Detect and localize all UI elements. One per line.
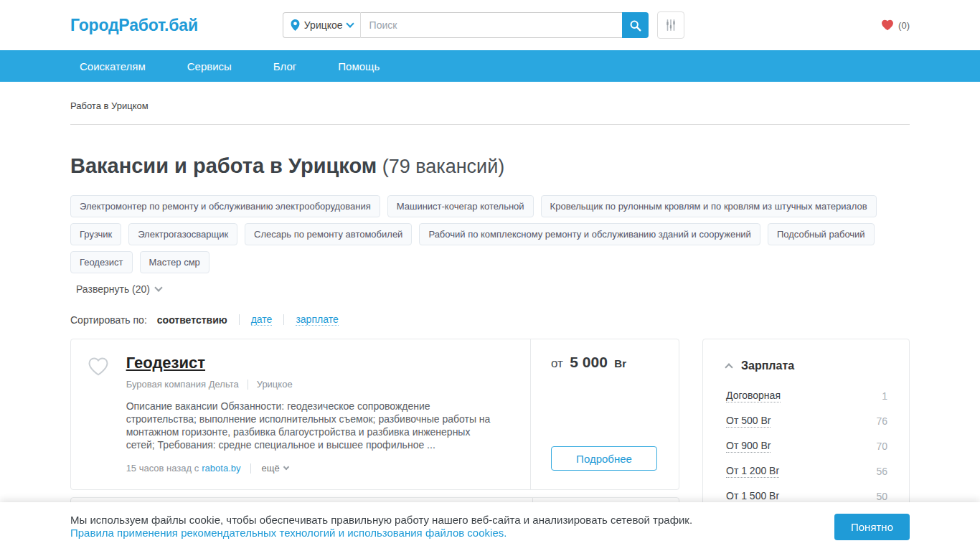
salary-filter-item: От 900 Br 70 <box>726 440 887 453</box>
tag-chip[interactable]: Грузчик <box>70 223 121 245</box>
job-more-toggle[interactable]: ещё <box>261 463 288 474</box>
salary-filter-count: 70 <box>876 441 887 452</box>
breadcrumb-row: Работа в Урицком <box>70 82 910 125</box>
job-meta: Буровая компания Дельта Урицкое <box>126 379 530 390</box>
search-input[interactable] <box>361 12 622 38</box>
salary-filter-count: 56 <box>876 466 887 477</box>
job-title-link[interactable]: Геодезист <box>126 354 205 372</box>
search-button[interactable] <box>622 12 649 38</box>
salary-filter-link[interactable]: От 1 200 Br <box>726 465 779 478</box>
salary-filter-item: От 1 500 Br 50 <box>726 490 887 503</box>
tag-list: Электромонтер по ремонту и обслуживанию … <box>70 195 910 273</box>
nav-item-pomoshch[interactable]: Помощь <box>328 50 390 82</box>
salary-currency: Br <box>614 357 626 369</box>
page-title: Вакансии и работа в Урицком (79 вакансий… <box>70 154 910 178</box>
tag-chip[interactable]: Машинист-кочегар котельной <box>387 195 534 217</box>
sort-option-salary[interactable]: зарплате <box>296 314 338 326</box>
tag-chip[interactable]: Геодезист <box>70 251 133 273</box>
tag-chip[interactable]: Рабочий по комплексному ремонту и обслуж… <box>419 223 760 245</box>
nav-item-blog[interactable]: Блог <box>263 50 306 82</box>
divider <box>283 314 284 325</box>
search-group: Урицкое <box>283 11 684 39</box>
chevron-down-icon <box>346 19 354 27</box>
salary-filter-item: От 1 200 Br 56 <box>726 465 887 478</box>
salary-filter-count: 1 <box>882 390 887 402</box>
salary-filter-link[interactable]: От 900 Br <box>726 440 771 453</box>
salary-filter-count: 50 <box>876 491 887 502</box>
search-icon <box>629 19 641 32</box>
favorites-widget[interactable]: (0) <box>881 19 910 31</box>
sort-option-date[interactable]: дате <box>251 314 273 326</box>
job-footer: 15 часов назад с rabota.by ещё <box>126 463 530 474</box>
job-card-right: от 5 000 Br Подробнее <box>530 339 679 489</box>
tag-chip[interactable]: Электрогазосварщик <box>128 223 237 245</box>
job-more-label: ещё <box>261 463 279 474</box>
salary-filter-link[interactable]: От 1 500 Br <box>726 490 779 503</box>
header: ГородРабот.бай Урицкое <box>70 0 910 50</box>
sort-option-relevance: соответствию <box>157 314 239 326</box>
heart-icon <box>881 19 894 31</box>
nav-item-soiskatelyam[interactable]: Соискателям <box>70 50 156 82</box>
salary-filter-link[interactable]: Договорная <box>726 390 781 402</box>
divider <box>239 314 240 325</box>
tag-chip[interactable]: Мастер смр <box>140 251 209 273</box>
salary-prefix: от <box>551 357 563 370</box>
salary-value: 5 000 <box>570 354 608 370</box>
salary-filter-title: Зарплата <box>741 359 794 372</box>
location-selector[interactable]: Урицкое <box>283 12 361 38</box>
filters-button[interactable] <box>657 11 684 39</box>
divider <box>248 380 248 390</box>
cookie-text: Мы используем файлы cookie, чтобы обеспе… <box>70 514 692 540</box>
nav-item-servisy[interactable]: Сервисы <box>177 50 242 82</box>
expand-tags-button[interactable]: Развернуть (20) <box>76 283 910 295</box>
site-logo[interactable]: ГородРабот.бай <box>70 16 198 35</box>
job-salary: от 5 000 Br <box>551 354 657 371</box>
salary-filter-header[interactable]: Зарплата <box>726 359 887 372</box>
job-description: Описание вакансии Обязанности: геодезиче… <box>126 400 494 451</box>
cookie-message: Мы используем файлы cookie, чтобы обеспе… <box>70 514 692 527</box>
location-pin-icon <box>291 19 300 31</box>
salary-filter-count: 76 <box>876 415 887 427</box>
favorites-count: (0) <box>898 20 910 31</box>
page-title-count: (79 вакансий) <box>377 156 504 177</box>
job-source-link[interactable]: rabota.by <box>202 463 240 474</box>
salary-filter-item: От 500 Br 76 <box>726 415 887 428</box>
sliders-icon <box>664 19 677 32</box>
location-label: Урицкое <box>304 19 343 31</box>
job-location: Урицкое <box>257 379 293 390</box>
cookie-accept-button[interactable]: Понятно <box>834 514 910 540</box>
page-title-main: Вакансии и работа в Урицком <box>70 154 377 177</box>
cookie-policy-link[interactable]: Правила применения рекомендательных техн… <box>70 527 507 539</box>
sort-row: Сортировать по: соответствию дате зарпла… <box>70 314 910 326</box>
sort-label: Сортировать по: <box>70 314 147 326</box>
tag-chip[interactable]: Подсобный рабочий <box>768 223 875 245</box>
tag-chip[interactable]: Электромонтер по ремонту и обслуживанию … <box>70 195 380 217</box>
salary-filter-item: Договорная 1 <box>726 390 887 402</box>
favorite-heart-icon[interactable] <box>88 357 109 377</box>
tag-chip[interactable]: Кровельщик по рулонным кровлям и по кров… <box>541 195 877 217</box>
cookie-banner: Мы используем файлы cookie, чтобы обеспе… <box>0 502 980 551</box>
chevron-down-icon <box>154 283 162 291</box>
salary-filter-link[interactable]: От 500 Br <box>726 415 771 428</box>
main-nav: Соискателям Сервисы Блог Помощь <box>0 50 980 82</box>
chevron-up-icon <box>725 363 732 371</box>
job-company: Буровая компания Дельта <box>126 379 239 390</box>
divider <box>250 463 251 474</box>
job-card: Геодезист Буровая компания Дельта Урицко… <box>70 339 679 490</box>
tag-chip[interactable]: Слесарь по ремонту автомобилей <box>245 223 412 245</box>
details-button[interactable]: Подробнее <box>551 446 657 471</box>
chevron-down-icon <box>283 463 288 469</box>
breadcrumb[interactable]: Работа в Урицком <box>70 100 149 111</box>
job-posted: 15 часов назад с <box>126 463 199 474</box>
expand-tags-label: Развернуть (20) <box>76 283 150 295</box>
